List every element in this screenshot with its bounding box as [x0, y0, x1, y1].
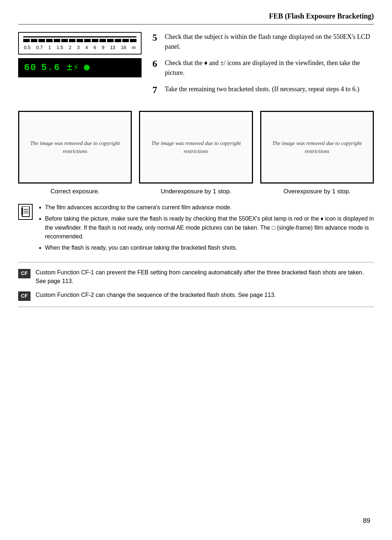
- image-box-correct-image: The image was removed due to copyright r…: [18, 111, 132, 184]
- cf-section-2: CF Custom Function CF-2 can change the s…: [18, 291, 374, 301]
- notes-section: The film advances according to the camer…: [18, 203, 374, 255]
- image-caption-correct: Correct exposure.: [50, 187, 99, 196]
- step-7-number: 7: [152, 84, 161, 96]
- image-caption-over: Overexposure by 1 stop.: [283, 187, 351, 196]
- image-box-under-image: The image was removed due to copyright r…: [139, 111, 253, 184]
- steps-area: 5 Check that the subject is within the f…: [152, 32, 374, 102]
- lcd-aperture: 5.6 ±⚡: [41, 61, 79, 74]
- range-numbers: 0.5 0.7 1 1.5 2 3 4 6 9 13 18 m: [23, 44, 136, 51]
- note-bullet-3: When the flash is ready, you can continu…: [45, 243, 374, 253]
- step-7-text: Take the remaining two bracketed shots. …: [165, 84, 359, 94]
- image-box-under: The image was removed due to copyright r…: [139, 111, 253, 196]
- step-7: 7 Take the remaining two bracketed shots…: [152, 84, 374, 96]
- cf-badge-2: CF: [18, 291, 30, 301]
- cf-badge-1: CF: [18, 269, 30, 278]
- divider-2: [18, 307, 374, 307]
- page-number: 89: [363, 516, 370, 525]
- image-box-correct: The image was removed due to copyright r…: [18, 111, 132, 196]
- page-header: FEB (Flash Exposure Bracketing): [18, 11, 374, 25]
- step-5: 5 Check that the subject is within the f…: [152, 32, 374, 52]
- notepad-icon-svg: [21, 206, 30, 217]
- image-box-over-image: The image was removed due to copyright r…: [260, 111, 374, 184]
- notes-icon: [18, 204, 33, 220]
- step-6-number: 6: [152, 58, 161, 69]
- divider-1: [18, 262, 374, 262]
- image-caption-under: Underexposure by 1 stop.: [161, 187, 232, 196]
- lcd-display-row: 60 5.6 ±⚡: [18, 58, 142, 77]
- svg-rect-1: [21, 208, 23, 215]
- note-bullet-1: The film advances according to the camer…: [45, 203, 374, 212]
- image-box-over: The image was removed due to copyright r…: [260, 111, 374, 196]
- step-6-text: Check that the ♦ and ±/ icons are displa…: [165, 58, 374, 78]
- cf-section-1: CF Custom Function CF-1 can prevent the …: [18, 268, 374, 286]
- range-visual: [23, 36, 136, 42]
- step-5-text: Check that the subject is within the fla…: [165, 32, 374, 52]
- note-bullet-2: Before taking the picture, make sure the…: [45, 214, 374, 241]
- svg-rect-0: [22, 206, 29, 217]
- image-boxes-section: The image was removed due to copyright r…: [18, 111, 374, 196]
- cf-text-2: Custom Function CF-2 can change the sequ…: [36, 291, 276, 299]
- lcd-range-display: 0.5 0.7 1 1.5 2 3 4 6 9 13 18 m: [18, 32, 142, 55]
- step-5-number: 5: [152, 32, 161, 43]
- lcd-shutter: 60: [24, 61, 37, 74]
- lcd-dot-indicator: [84, 65, 90, 70]
- page-title: FEB (Flash Exposure Bracketing): [269, 11, 374, 21]
- lcd-panel-area: 0.5 0.7 1 1.5 2 3 4 6 9 13 18 m 60 5.6 ±…: [18, 32, 142, 102]
- step-6: 6 Check that the ♦ and ±/ icons are disp…: [152, 58, 374, 78]
- top-section: 0.5 0.7 1 1.5 2 3 4 6 9 13 18 m 60 5.6 ±…: [18, 32, 374, 102]
- cf-text-1: Custom Function CF-1 can prevent the FEB…: [36, 268, 374, 286]
- notes-text: The film advances according to the camer…: [38, 203, 374, 255]
